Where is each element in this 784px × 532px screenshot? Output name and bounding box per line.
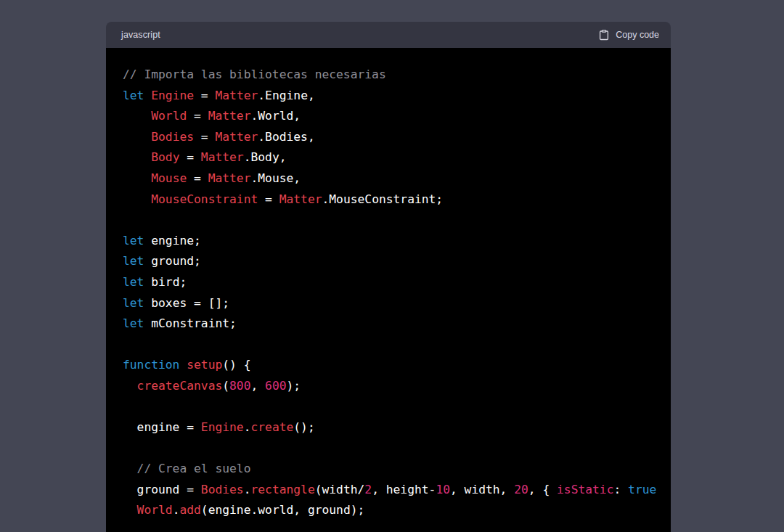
code-line: // Crea el suelo	[123, 459, 671, 480]
code-token: engine;	[144, 234, 200, 247]
code-token	[179, 358, 187, 372]
code-token: createCanvas	[137, 379, 223, 393]
code-line: let bird;	[123, 272, 671, 293]
code-line	[123, 335, 671, 356]
copy-code-button[interactable]: Copy code	[598, 29, 659, 41]
code-token	[144, 89, 151, 102]
code-token: Mouse	[151, 171, 187, 185]
code-line	[123, 397, 671, 418]
code-line: engine = Engine.create();	[123, 417, 671, 438]
code-token: (width/	[315, 483, 365, 496]
code-line: Bodies = Matter.Bodies,	[123, 127, 671, 148]
code-token: ground;	[144, 254, 200, 268]
code-token: MouseConstraint	[151, 192, 258, 206]
code-token: Matter	[208, 171, 251, 185]
code-token: ();	[293, 420, 314, 434]
code-block-header: javascript Copy code	[106, 22, 671, 48]
code-line	[123, 210, 671, 231]
code-token: create	[250, 420, 293, 434]
code-line: Mouse = Matter.Mouse,	[123, 168, 671, 189]
code-token	[123, 109, 151, 123]
code-token: setup	[187, 358, 222, 372]
code-token: Matter	[201, 150, 244, 164]
code-token	[123, 462, 137, 475]
code-token: .Engine,	[258, 89, 314, 102]
code-token: // Crea el suelo	[137, 462, 251, 475]
clipboard-icon	[598, 29, 610, 41]
code-token: World	[137, 503, 173, 517]
code-token: =	[258, 192, 279, 206]
code-token: 800	[229, 379, 250, 393]
code-line: // Importa las bibliotecas necesarias	[123, 65, 671, 86]
code-token: let	[123, 254, 144, 268]
code-token: rectangle	[250, 483, 314, 496]
code-token: .MouseConstraint;	[322, 192, 444, 206]
code-line: let mConstraint;	[123, 314, 671, 335]
code-line	[123, 438, 671, 459]
code-token: Matter	[215, 89, 258, 102]
code-token: .World,	[250, 109, 301, 123]
code-line: createCanvas(800, 600);	[123, 376, 671, 397]
code-token: =	[194, 130, 215, 144]
code-token: .	[173, 503, 180, 517]
code-token	[123, 150, 151, 164]
code-token: (	[222, 379, 229, 393]
code-token: true	[628, 483, 656, 496]
code-token: , {	[528, 483, 557, 496]
code-line: MouseConstraint = Matter.MouseConstraint…	[123, 189, 671, 210]
code-line: World = Matter.World,	[123, 106, 671, 127]
code-token: bird;	[144, 275, 187, 289]
code-token: =	[187, 171, 208, 185]
code-token: =	[187, 109, 208, 123]
code-token: let	[123, 234, 144, 247]
code-token: .Bodies,	[258, 130, 314, 144]
code-block: javascript Copy code // Importa las bibl…	[106, 22, 671, 532]
code-token	[123, 503, 137, 517]
code-line: ground = Bodies.rectangle(width/2, heigh…	[123, 480, 671, 501]
code-token: Bodies	[151, 130, 194, 144]
code-token: =	[179, 150, 200, 164]
code-token: let	[123, 275, 144, 289]
code-token: () {	[222, 358, 250, 372]
code-token: World	[151, 109, 187, 123]
code-token: );	[287, 379, 301, 393]
code-token: add	[179, 503, 200, 517]
chat-background: { "page": { "background": "#444654" }, "…	[0, 0, 784, 532]
code-token: 10	[436, 483, 450, 496]
code-token: Matter	[215, 130, 258, 144]
code-line: function setup() {	[123, 355, 671, 376]
code-line: let Engine = Matter.Engine,	[123, 86, 671, 107]
code-token: .Mouse,	[250, 171, 301, 185]
code-token: let	[123, 89, 144, 102]
code-token: engine =	[123, 420, 201, 434]
copy-code-label: Copy code	[616, 30, 659, 40]
code-token: Bodies	[201, 483, 244, 496]
code-token: ,	[250, 379, 265, 393]
code-token	[123, 192, 151, 206]
language-label: javascript	[121, 30, 160, 40]
code-line: let boxes = [];	[123, 293, 671, 314]
code-token: Engine	[151, 89, 194, 102]
code-token: let	[123, 316, 144, 330]
code-token: Body	[151, 150, 179, 164]
code-token: ground =	[123, 483, 201, 496]
code-token: .	[244, 420, 251, 434]
code-token: (engine.world, ground);	[201, 503, 364, 517]
code-token: , height-	[372, 483, 436, 496]
code-token: .	[244, 483, 251, 496]
code-token: 600	[265, 379, 286, 393]
code-token: mConstraint;	[144, 316, 236, 330]
code-token: Matter	[279, 192, 322, 206]
code-line: let engine;	[123, 231, 671, 252]
code-token: .Body,	[244, 150, 287, 164]
code-token	[123, 171, 151, 185]
code-token: // Importa las bibliotecas necesarias	[123, 67, 386, 81]
code-token: boxes = [];	[144, 296, 229, 310]
code-token: Matter	[208, 109, 251, 123]
code-token: 20	[514, 483, 528, 496]
code-token: function	[123, 358, 179, 372]
code-token: =	[194, 89, 215, 102]
code-content: // Importa las bibliotecas necesariaslet…	[106, 48, 671, 532]
code-token: Engine	[201, 420, 244, 434]
code-token: let	[123, 296, 144, 310]
